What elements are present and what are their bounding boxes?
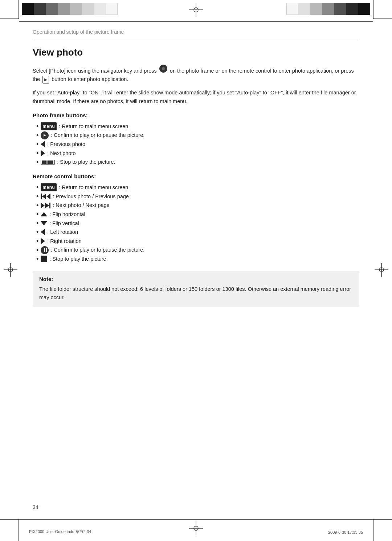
confirm-icon: ▶ (41, 131, 49, 139)
footer-left: PIX2000 User Guide.indd 章节2:34 (29, 529, 91, 534)
next-icon (41, 150, 45, 156)
remote-control-buttons-section: Remote control buttons: • menu : Return … (33, 173, 359, 264)
page-number: 34 (33, 504, 38, 510)
color-block-3 (46, 3, 58, 15)
note-title: Note: (39, 276, 353, 282)
rewind-icon (41, 194, 50, 199)
section-header: Operation and setup of the picture frame (33, 29, 359, 38)
list-item: • : Flip horizontal (36, 210, 359, 219)
up-icon (41, 212, 47, 216)
list-item: • menu : Return to main menu screen (36, 122, 359, 131)
main-content: Operation and setup of the picture frame… (33, 29, 359, 512)
menu-icon: menu (41, 122, 57, 130)
list-item: • ▐▐ : Confirm to play or to pause the p… (36, 245, 359, 255)
photo-frame-button-list: • menu : Return to main menu screen • ▶ … (36, 122, 359, 167)
list-item: • ▶ : Confirm to play or to pause the pi… (36, 131, 359, 140)
bottom-crosshair (189, 521, 203, 537)
color-block-4 (58, 3, 70, 15)
color-blocks-left (22, 3, 118, 15)
intro-paragraph-1: Select [Photo] icon using the navigator … (33, 65, 359, 84)
prev-icon-rc (41, 229, 45, 235)
confirm-icon-inline (159, 65, 167, 73)
next-icon-rc (41, 238, 45, 244)
color-blocks-right (286, 3, 370, 15)
list-item: • menu : Return to main menu screen (36, 183, 359, 192)
bottom-right-corner (373, 519, 392, 541)
list-item: • : Previous photo / Previous page (36, 192, 359, 201)
photo-frame-buttons-title: Photo frame buttons: (33, 112, 359, 118)
prev-icon (41, 141, 45, 147)
color-block-6 (82, 3, 94, 15)
list-item: • : Stop to play the picture. (36, 158, 359, 167)
confirm-icon-rc: ▐▐ (41, 246, 49, 254)
top-crosshair (189, 3, 203, 18)
down-icon (41, 221, 47, 225)
list-item: • : Next photo (36, 149, 359, 158)
list-item: • : Left rotation (36, 228, 359, 237)
note-text: The file folder structure should not exc… (39, 285, 353, 302)
list-item: • : Previous photo (36, 140, 359, 149)
remote-control-buttons-title: Remote control buttons: (33, 173, 359, 179)
list-item: • : Next photo / Next page (36, 201, 359, 210)
bottom-left-corner (0, 519, 19, 541)
color-block-5 (70, 3, 82, 15)
remote-control-button-list: • menu : Return to main menu screen • : … (36, 183, 359, 264)
photo-frame-buttons-section: Photo frame buttons: • menu : Return to … (33, 112, 359, 167)
color-block-1 (22, 3, 34, 15)
menu-icon-rc: menu (41, 183, 57, 191)
list-item: • : Flip vertical (36, 219, 359, 228)
color-block-2 (34, 3, 46, 15)
list-item: • : Right rotation (36, 237, 359, 246)
right-crosshair (375, 263, 388, 278)
stop-square-icon (41, 256, 47, 262)
top-decorative-bar (0, 0, 392, 22)
color-block-7 (94, 3, 106, 15)
bottom-decorative-bar: PIX2000 User Guide.indd 章节2:34 2009-6-30… (0, 519, 392, 541)
ffwd-icon (41, 203, 50, 208)
photo-app-icon: ▶ (42, 76, 49, 84)
page-title: View photo (33, 47, 359, 58)
list-item: • : Stop to play the picture. (36, 255, 359, 264)
top-right-corner (373, 0, 392, 19)
stop-icon (41, 160, 55, 165)
top-left-corner (0, 0, 19, 19)
left-crosshair (4, 263, 17, 278)
footer-right: 2009-6-30 17:33:35 (328, 530, 363, 534)
intro-paragraph-2: If you set "Auto-play" to "ON", it will … (33, 89, 359, 105)
color-block-8 (106, 3, 118, 15)
note-box: Note: The file folder structure should n… (33, 271, 359, 307)
